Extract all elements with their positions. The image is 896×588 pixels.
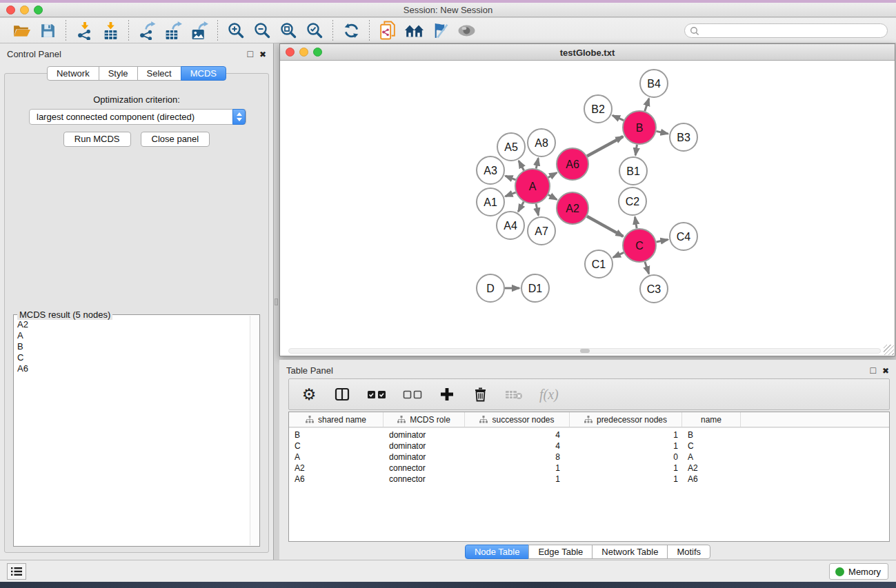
graph-edge-B-B4[interactable] (645, 99, 649, 111)
zoom-out-button[interactable] (249, 20, 275, 41)
export-network-button[interactable] (134, 20, 160, 41)
save-session-button[interactable] (34, 20, 61, 41)
toolbar-separator (217, 20, 218, 41)
column-header-predecessor-nodes[interactable]: predecessor nodes (570, 412, 682, 427)
search-icon (690, 26, 699, 36)
duplicate-network-icon (379, 21, 397, 40)
graph-edge-A-A8[interactable] (536, 159, 538, 169)
close-panel-button[interactable]: Close panel (141, 132, 210, 147)
graph-edge-A-A7[interactable] (536, 203, 538, 215)
table-settings-button[interactable] (301, 385, 317, 404)
split-divider-grip[interactable] (275, 298, 278, 305)
graph-edge-A-A1[interactable] (506, 192, 516, 196)
table-cell: C (289, 440, 384, 452)
table-row[interactable]: Bdominator41B (289, 429, 889, 440)
result-scrollbar[interactable] (250, 316, 259, 545)
graph-edge-A6-B[interactable] (587, 136, 623, 156)
window-resize-grip[interactable] (884, 345, 894, 355)
result-list-item[interactable]: B (17, 341, 247, 352)
table-row[interactable]: A2connector11A2 (289, 463, 889, 474)
graph-edge-A-A6[interactable] (548, 173, 557, 178)
import-network-button[interactable] (71, 20, 97, 41)
split-view-button[interactable] (334, 385, 350, 404)
table-cell: B (289, 429, 384, 440)
deselect-all-button[interactable] (403, 385, 422, 404)
open-session-button[interactable] (8, 20, 34, 41)
table-body: Bdominator41BCdominator41CAdominator80AA… (289, 427, 889, 485)
table-tab-network-table[interactable]: Network Table (592, 545, 668, 559)
split-view-icon (335, 387, 350, 401)
mcds-result-list: A2ABCA6 (14, 316, 250, 545)
tab-style[interactable]: Style (99, 66, 138, 81)
control-panel-header: Control Panel (0, 43, 273, 64)
hide-panel-button[interactable] (427, 20, 453, 41)
home-layout-button[interactable] (401, 20, 427, 41)
run-mcds-button[interactable]: Run MCDS (63, 132, 131, 147)
result-list-item[interactable]: A (17, 330, 247, 341)
graph-edge-C-C3[interactable] (645, 262, 649, 274)
table-row[interactable]: Cdominator41C (289, 440, 889, 452)
tab-network[interactable]: Network (47, 66, 99, 81)
table-row[interactable]: Adominator80A (289, 452, 889, 463)
column-header-name[interactable]: name (682, 412, 741, 427)
table-tab-node-table[interactable]: Node Table (465, 545, 530, 559)
graph-edge-A-A3[interactable] (506, 176, 516, 180)
float-panel-icon[interactable] (247, 48, 252, 60)
graph-edge-C-C2[interactable] (635, 217, 637, 229)
column-header-shared-name[interactable]: shared name (289, 412, 384, 427)
scrollbar-thumb[interactable] (580, 349, 590, 353)
graph-edge-C-C4[interactable] (656, 240, 668, 242)
table-panel-header: Table Panel (279, 360, 896, 381)
column-header-mcds-role[interactable]: MCDS role (384, 412, 465, 427)
export-table-button[interactable] (160, 20, 186, 41)
table-cell: 1 (465, 463, 570, 474)
float-table-panel-icon[interactable] (870, 364, 875, 376)
zoom-selected-button[interactable] (301, 20, 328, 41)
graph-edge-A-A4[interactable] (518, 202, 524, 212)
import-table-button[interactable] (97, 20, 123, 41)
tab-mcds[interactable]: MCDS (181, 66, 226, 81)
close-panel-icon[interactable] (259, 48, 266, 60)
table-cell: 1 (570, 474, 682, 485)
column-header-successor-nodes[interactable]: successor nodes (465, 412, 570, 427)
memory-button[interactable]: Memory (829, 563, 888, 580)
apply-function-button[interactable]: f(x) (539, 385, 559, 404)
graph-edge-C-C1[interactable] (613, 252, 624, 257)
criterion-dropdown[interactable]: largest connected component (directed) (29, 109, 246, 125)
export-image-button[interactable] (186, 20, 212, 41)
graph-node-label-C1: C1 (592, 258, 606, 270)
graph-edge-B-B1[interactable] (635, 145, 637, 155)
table-tab-motifs[interactable]: Motifs (667, 545, 710, 559)
node-table[interactable]: shared nameMCDS rolesuccessor nodesprede… (288, 412, 890, 542)
tab-select[interactable]: Select (137, 66, 181, 81)
zoom-in-button[interactable] (223, 20, 249, 41)
toolbar-search (684, 23, 888, 38)
graph-edge-A-A5[interactable] (519, 161, 524, 170)
network-canvas[interactable]: AA1A2A3A4A5A6A7A8BB1B2B3B4CC1C2C3C4DD1 (280, 61, 895, 356)
table-cell: 4 (465, 429, 570, 440)
export-table-icon (164, 21, 182, 40)
graph-edge-A2-C[interactable] (587, 216, 623, 236)
graph-edge-A-A2[interactable] (548, 195, 557, 200)
duplicate-network-button[interactable] (375, 20, 401, 41)
refresh-view-button[interactable] (338, 20, 364, 41)
zoom-fit-button[interactable] (275, 20, 301, 41)
task-history-button[interactable] (7, 563, 26, 580)
result-list-item[interactable]: C (17, 352, 247, 363)
graph-edge-B-B2[interactable] (613, 115, 624, 120)
table-tab-edge-table[interactable]: Edge Table (528, 545, 593, 559)
close-table-panel-icon[interactable] (882, 364, 889, 376)
memory-label: Memory (848, 567, 881, 577)
delete-column-button[interactable] (472, 385, 488, 404)
search-input[interactable] (684, 23, 888, 38)
graph-edge-B-B3[interactable] (656, 131, 668, 134)
table-row[interactable]: A6connector11A6 (289, 474, 889, 485)
select-all-button[interactable] (367, 385, 386, 404)
show-panel-button[interactable] (453, 20, 479, 41)
delete-table-button[interactable] (505, 385, 523, 404)
result-list-item[interactable]: A6 (17, 363, 247, 374)
add-column-button[interactable] (439, 385, 455, 404)
graph-node-label-C2: C2 (626, 196, 640, 207)
result-list-item[interactable]: A2 (17, 319, 247, 330)
network-horizontal-scrollbar[interactable] (288, 348, 881, 354)
